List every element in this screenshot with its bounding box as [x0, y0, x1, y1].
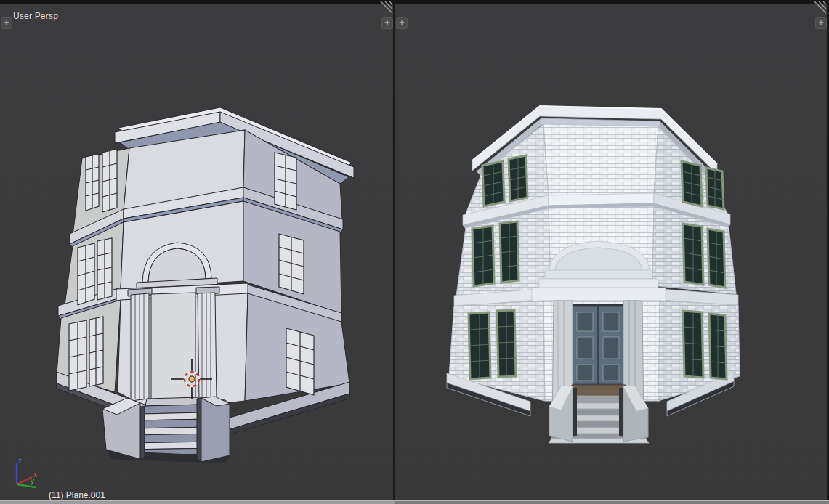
bottom-region-edge[interactable]	[0, 500, 395, 504]
viewport-divider[interactable]	[393, 0, 395, 504]
untextured-building-model[interactable]	[0, 0, 393, 504]
axis-y-label: y	[31, 477, 34, 485]
textured-building-model[interactable]	[395, 0, 827, 504]
blender-window: User Persp (11) Plane.001	[0, 0, 829, 504]
region-resize-grip[interactable]	[812, 1, 827, 15]
expand-region-icon[interactable]: +	[815, 17, 827, 29]
bottom-region-edge[interactable]	[395, 500, 829, 504]
expand-region-icon[interactable]: +	[381, 17, 393, 29]
expand-region-icon[interactable]: +	[396, 17, 408, 29]
axis-gizmo: z x y	[6, 456, 49, 500]
axis-z-label: z	[18, 457, 22, 465]
model-entrance	[549, 301, 649, 443]
region-resize-grip[interactable]	[379, 1, 393, 15]
expand-region-icon[interactable]: +	[1, 17, 12, 29]
